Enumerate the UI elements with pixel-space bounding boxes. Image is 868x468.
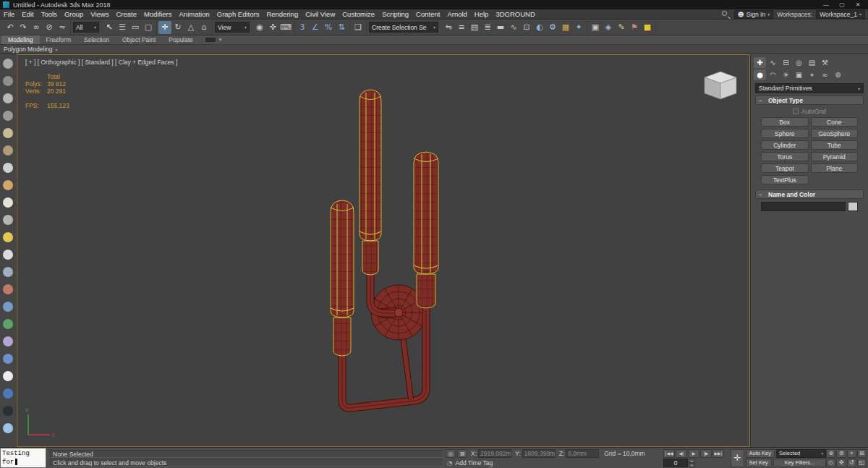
object-name-input[interactable]: [761, 202, 846, 211]
left-toolbar-tool-icon[interactable]: [3, 388, 13, 399]
material-editor-icon[interactable]: ◐: [533, 21, 546, 34]
curve-editor-icon[interactable]: ∿: [507, 21, 520, 34]
primitives-category-dropdown[interactable]: Standard Primitives ▾: [755, 83, 864, 93]
left-toolbar-tool-icon[interactable]: [3, 128, 13, 138]
space-warps-category-icon[interactable]: ≈: [819, 69, 831, 80]
left-toolbar-tool-icon[interactable]: [3, 267, 13, 277]
select-object-icon[interactable]: ↖: [103, 21, 116, 34]
ribbon-toggle-icon[interactable]: ▬: [494, 21, 507, 34]
set-keys-button[interactable]: ✛: [731, 449, 744, 467]
object-type-button[interactable]: Cone: [811, 117, 859, 127]
object-type-button[interactable]: TextPlus: [761, 175, 809, 184]
play-button[interactable]: ▶: [688, 449, 699, 458]
ribbon-tab[interactable]: Selection: [77, 35, 116, 44]
left-toolbar-tool-icon[interactable]: [3, 180, 13, 190]
undo-icon[interactable]: ↶: [4, 21, 17, 34]
align-icon[interactable]: ≡: [455, 21, 468, 34]
left-toolbar-tool-icon[interactable]: [3, 371, 13, 381]
maximize-button[interactable]: ▢: [835, 1, 849, 9]
menu-item[interactable]: Civil View: [302, 9, 339, 20]
z-coordinate-field[interactable]: 0,0mm: [566, 449, 599, 458]
maximize-viewport-icon[interactable]: ◱: [857, 459, 867, 467]
left-toolbar-tool-icon[interactable]: [3, 336, 13, 346]
field-of-view-icon[interactable]: ◇: [826, 459, 835, 467]
menu-item[interactable]: File: [0, 9, 18, 20]
left-candle[interactable]: [331, 200, 354, 356]
window-crossing-icon[interactable]: ▢: [142, 21, 155, 34]
create-tab-icon[interactable]: ✚: [754, 57, 766, 68]
select-and-scale-icon[interactable]: △: [184, 21, 197, 34]
ribbon-minimize-icon[interactable]: [205, 38, 216, 42]
object-type-button[interactable]: Pyramid: [811, 152, 859, 161]
ribbon-tab[interactable]: Modeling: [1, 35, 40, 44]
viewport[interactable]: X Y [ + ] [ Orthographic ] [ Standard ] …: [17, 54, 750, 447]
plugin-tool-icon[interactable]: ⚑: [628, 21, 641, 34]
polygon-modeling-panel[interactable]: Polygon Modeling: [4, 46, 53, 53]
left-toolbar-tool-icon[interactable]: [3, 423, 13, 433]
left-toolbar-tool-icon[interactable]: [3, 76, 13, 86]
object-type-button[interactable]: Torus: [761, 152, 809, 161]
civil-view-tool-icon[interactable]: ◈: [602, 21, 615, 34]
ribbon-tab[interactable]: Freeform: [40, 35, 77, 44]
left-toolbar-tool-icon[interactable]: [3, 145, 13, 156]
containers-icon[interactable]: ▣: [589, 21, 602, 34]
cameras-category-icon[interactable]: ▣: [793, 69, 805, 80]
helpers-category-icon[interactable]: ⌖: [806, 69, 818, 80]
zoom-all-icon[interactable]: ⊚: [836, 449, 846, 458]
select-and-manipulate-icon[interactable]: ✜: [266, 21, 279, 34]
scene-explorer-icon[interactable]: ▤: [468, 21, 481, 34]
mirror-icon[interactable]: ⇋: [442, 21, 455, 34]
modify-tab-icon[interactable]: ∿: [767, 57, 779, 68]
geometry-category-icon[interactable]: ●: [754, 69, 766, 80]
left-toolbar-tool-icon[interactable]: [3, 232, 13, 242]
close-button[interactable]: ✕: [851, 1, 865, 9]
search-icon[interactable]: [722, 10, 731, 19]
zoom-icon[interactable]: ⊕: [826, 449, 835, 458]
named-selection-set-dropdown[interactable]: Create Selection Se ▾: [369, 22, 438, 33]
name-and-color-rollout-header[interactable]: − Name and Color: [755, 190, 864, 199]
menu-item[interactable]: Modifiers: [140, 9, 176, 20]
reference-coordinate-dropdown[interactable]: View ▾: [215, 22, 250, 33]
isolate-selection-icon[interactable]: ◎: [446, 449, 456, 458]
previous-frame-button[interactable]: ◀|: [676, 449, 687, 458]
menu-item[interactable]: Help: [471, 9, 493, 20]
left-toolbar-tool-icon[interactable]: [3, 302, 13, 312]
object-type-rollout-header[interactable]: − Object Type: [755, 95, 864, 105]
menu-item[interactable]: Rendering: [263, 9, 302, 20]
menu-item[interactable]: Arnold: [443, 9, 470, 20]
left-toolbar-tool-icon[interactable]: [3, 59, 13, 69]
snaps-toggle-3d-icon[interactable]: 3: [296, 21, 309, 34]
keyboard-shortcut-override-icon[interactable]: ⌨: [279, 21, 292, 34]
layer-explorer-icon[interactable]: ≣: [481, 21, 494, 34]
unlink-selection-icon[interactable]: ⊘: [43, 21, 56, 34]
viewport-label[interactable]: [ + ] [ Orthographic ] [ Standard ] [ Cl…: [25, 59, 177, 66]
motion-tab-icon[interactable]: ◎: [793, 57, 805, 68]
select-and-rotate-icon[interactable]: ↻: [171, 21, 184, 34]
render-setup-icon[interactable]: ⚙: [546, 21, 559, 34]
sign-in-button[interactable]: ☻ Sign In ▾: [734, 10, 773, 19]
chevron-down-icon[interactable]: ▾: [219, 37, 222, 43]
menu-item[interactable]: Graph Editors: [213, 9, 263, 20]
menu-item[interactable]: Views: [87, 9, 112, 20]
add-time-tag[interactable]: Add Time Tag: [455, 459, 493, 467]
view-cube[interactable]: [705, 72, 736, 99]
menu-item[interactable]: Customize: [339, 9, 378, 20]
object-color-swatch[interactable]: [848, 202, 858, 211]
3dground-plugin-icon[interactable]: ■: [641, 21, 654, 34]
menu-item[interactable]: Scripting: [378, 9, 412, 20]
minimize-button[interactable]: —: [819, 1, 833, 9]
left-toolbar-tool-icon[interactable]: [3, 284, 13, 294]
current-frame-field[interactable]: 0: [663, 459, 688, 467]
object-type-button[interactable]: Tube: [811, 140, 859, 150]
selection-lock-icon[interactable]: ⊠: [457, 449, 467, 458]
redo-icon[interactable]: ↷: [17, 21, 30, 34]
utilities-tab-icon[interactable]: ⚒: [819, 57, 831, 68]
angle-snap-icon[interactable]: ∠: [309, 21, 322, 34]
use-pivot-point-center-icon[interactable]: ◉: [253, 21, 266, 34]
hierarchy-tab-icon[interactable]: ⊟: [780, 57, 792, 68]
systems-category-icon[interactable]: ⊛: [832, 69, 844, 80]
go-to-end-button[interactable]: ▶▶|: [712, 449, 724, 458]
object-type-button[interactable]: Box: [761, 117, 809, 127]
ribbon-tab[interactable]: Populate: [162, 35, 200, 44]
next-frame-button[interactable]: |▶: [700, 449, 712, 458]
